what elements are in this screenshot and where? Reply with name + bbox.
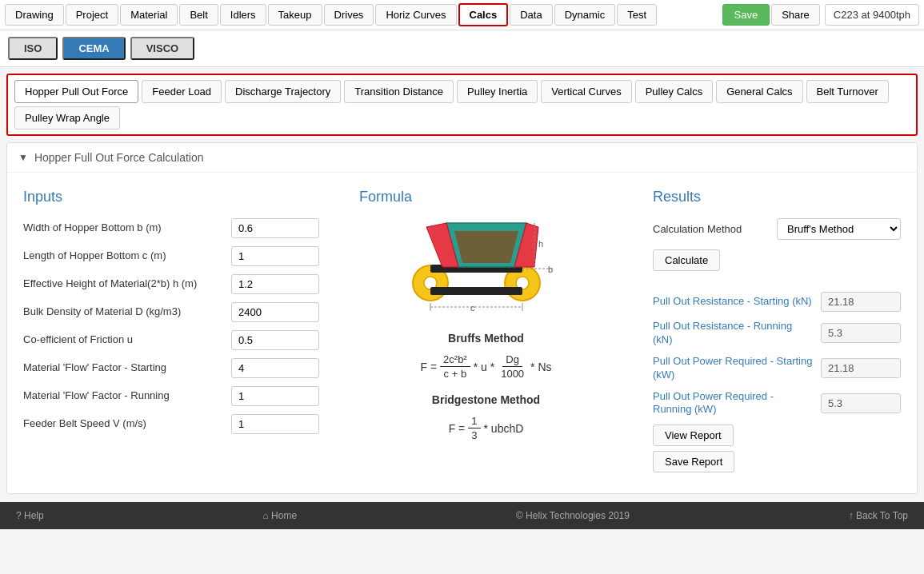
result-label-0: Pull Out Resistance - Starting (kN): [653, 295, 814, 309]
input-label-4: Co-efficient of Friction u: [23, 333, 231, 347]
hopper-svg: h b c: [398, 215, 574, 323]
calculate-button[interactable]: Calculate: [653, 249, 720, 271]
calc-tab-discharge-trajectory[interactable]: Discharge Trajectory: [225, 80, 341, 103]
result-field-3: [821, 393, 901, 413]
save-report-button[interactable]: Save Report: [653, 451, 734, 472]
results-title: Results: [653, 189, 901, 205]
home-link[interactable]: ⌂ Home: [262, 510, 297, 521]
result-row-0: Pull Out Resistance - Starting (kN): [653, 292, 901, 312]
svg-text:h: h: [538, 239, 543, 249]
input-field-5[interactable]: [231, 358, 319, 378]
input-label-1: Length of Hopper Bottom c (m): [23, 249, 231, 263]
input-field-4[interactable]: [231, 330, 319, 350]
result-label-2: Pull Out Power Required - Starting (kW): [653, 355, 814, 382]
back-to-top-link[interactable]: ↑ Back To Top: [849, 510, 908, 521]
inputs-column: Inputs Width of Hopper Bottom b (m)Lengt…: [23, 189, 319, 477]
calc-method-select[interactable]: Bruff's MethodBridgestone Method: [777, 218, 901, 240]
nav-tab-idlers[interactable]: Idlers: [220, 4, 266, 26]
nav-tab-drives[interactable]: Drives: [324, 4, 374, 26]
input-label-5: Material 'Flow' Factor - Starting: [23, 361, 231, 375]
input-field-2[interactable]: [231, 274, 319, 294]
nav-tab-belt[interactable]: Belt: [179, 4, 218, 26]
result-field-2: [821, 358, 901, 378]
result-field-1: [821, 323, 901, 343]
nav-tab-dynamic[interactable]: Dynamic: [554, 4, 616, 26]
calc-tab-belt-turnover[interactable]: Belt Turnover: [806, 80, 889, 103]
save-button[interactable]: Save: [722, 4, 770, 26]
input-row-3: Bulk Density of Material D (kg/m3): [23, 302, 319, 322]
nav-tab-data[interactable]: Data: [510, 4, 552, 26]
input-field-6[interactable]: [231, 386, 319, 406]
view-report-button[interactable]: View Report: [653, 425, 734, 446]
std-tab-iso[interactable]: ISO: [8, 37, 58, 60]
bridgestone-method-title: Bridgestone Method: [432, 393, 540, 406]
input-label-7: Feeder Belt Speed V (m/s): [23, 417, 231, 431]
input-field-3[interactable]: [231, 302, 319, 322]
svg-rect-5: [430, 287, 522, 295]
nav-info: C223 at 9400tph: [825, 4, 919, 26]
input-row-0: Width of Hopper Bottom b (m): [23, 218, 319, 238]
nav-tab-test[interactable]: Test: [617, 4, 657, 26]
calc-tab-hopper-pull-out-force[interactable]: Hopper Pull Out Force: [14, 80, 138, 103]
nav-tab-project[interactable]: Project: [66, 4, 118, 26]
copyright: © Helix Technologies 2019: [516, 510, 630, 521]
input-field-7[interactable]: [231, 414, 319, 434]
result-row-3: Pull Out Power Required - Running (kW): [653, 390, 901, 417]
input-label-3: Bulk Density of Material D (kg/m3): [23, 305, 231, 319]
nav-tab-calcs[interactable]: Calcs: [458, 3, 509, 26]
result-label-1: Pull Out Resistance - Running (kN): [653, 320, 814, 347]
calc-tab-pulley-calcs[interactable]: Pulley Calcs: [635, 80, 714, 103]
calc-method-label: Calculation Method: [653, 223, 770, 235]
input-field-1[interactable]: [231, 246, 319, 266]
svg-text:b: b: [548, 265, 553, 274]
calc-method-row: Calculation Method Bruff's MethodBridges…: [653, 218, 901, 240]
input-row-2: Effective Height of Material(2*b) h (m): [23, 274, 319, 294]
input-label-6: Material 'Flow' Factor - Running: [23, 389, 231, 403]
share-button[interactable]: Share: [771, 4, 820, 26]
bruffs-method-title: Bruffs Method: [448, 332, 524, 345]
standard-tabs: ISOCEMAVISCO: [0, 30, 924, 67]
inputs-fields: Width of Hopper Bottom b (m)Length of Ho…: [23, 218, 319, 434]
result-field-0: [821, 292, 901, 312]
nav-tab-takeup[interactable]: Takeup: [268, 4, 322, 26]
hopper-diagram: h b c: [398, 215, 574, 325]
nav-tabs: DrawingProjectMaterialBeltIdlersTakeupDr…: [5, 3, 721, 26]
result-row-1: Pull Out Resistance - Running (kN): [653, 320, 901, 347]
result-label-3: Pull Out Power Required - Running (kW): [653, 390, 814, 417]
bridgestone-formula: F = 1 3 * ubchD: [449, 411, 524, 445]
results-fields: Pull Out Resistance - Starting (kN)Pull …: [653, 292, 901, 417]
calc-tab-transition-distance[interactable]: Transition Distance: [344, 80, 454, 103]
calc-tab-general-calcs[interactable]: General Calcs: [716, 80, 802, 103]
std-tab-visco[interactable]: VISCO: [130, 37, 194, 60]
formula-column: Formula: [343, 189, 629, 477]
inputs-title: Inputs: [23, 189, 319, 205]
input-row-4: Co-efficient of Friction u: [23, 330, 319, 350]
calc-tab-pulley-wrap-angle[interactable]: Pulley Wrap Angle: [14, 106, 120, 130]
section-body: Inputs Width of Hopper Bottom b (m)Lengt…: [7, 173, 917, 493]
input-label-0: Width of Hopper Bottom b (m): [23, 221, 231, 235]
section-title: Hopper Full Out Force Calculation: [34, 151, 204, 164]
input-label-2: Effective Height of Material(2*b) h (m): [23, 277, 231, 291]
input-row-7: Feeder Belt Speed V (m/s): [23, 414, 319, 434]
input-field-0[interactable]: [231, 218, 319, 238]
footer: ? Help ⌂ Home © Helix Technologies 2019 …: [0, 502, 924, 529]
svg-marker-9: [454, 231, 518, 263]
input-row-6: Material 'Flow' Factor - Running: [23, 386, 319, 406]
result-row-2: Pull Out Power Required - Starting (kW): [653, 355, 901, 382]
main-section: ▼ Hopper Full Out Force Calculation Inpu…: [6, 142, 918, 494]
nav-tab-horiz-curves[interactable]: Horiz Curves: [375, 4, 456, 26]
calc-tab-feeder-load[interactable]: Feeder Load: [142, 80, 222, 103]
calc-tab-vertical-curves[interactable]: Vertical Curves: [541, 80, 631, 103]
svg-text:c: c: [470, 303, 475, 313]
help-link[interactable]: ? Help: [16, 510, 44, 521]
calc-tabs-panel: Hopper Pull Out ForceFeeder LoadDischarg…: [6, 74, 918, 136]
input-row-1: Length of Hopper Bottom c (m): [23, 246, 319, 266]
results-column: Results Calculation Method Bruff's Metho…: [653, 189, 901, 477]
nav-tab-drawing[interactable]: Drawing: [5, 4, 64, 26]
formula-title: Formula: [343, 189, 412, 205]
input-row-5: Material 'Flow' Factor - Starting: [23, 358, 319, 378]
calc-tab-pulley-inertia[interactable]: Pulley Inertia: [457, 80, 538, 103]
nav-tab-material[interactable]: Material: [120, 4, 178, 26]
chevron-icon[interactable]: ▼: [18, 152, 28, 163]
std-tab-cema[interactable]: CEMA: [62, 37, 125, 60]
